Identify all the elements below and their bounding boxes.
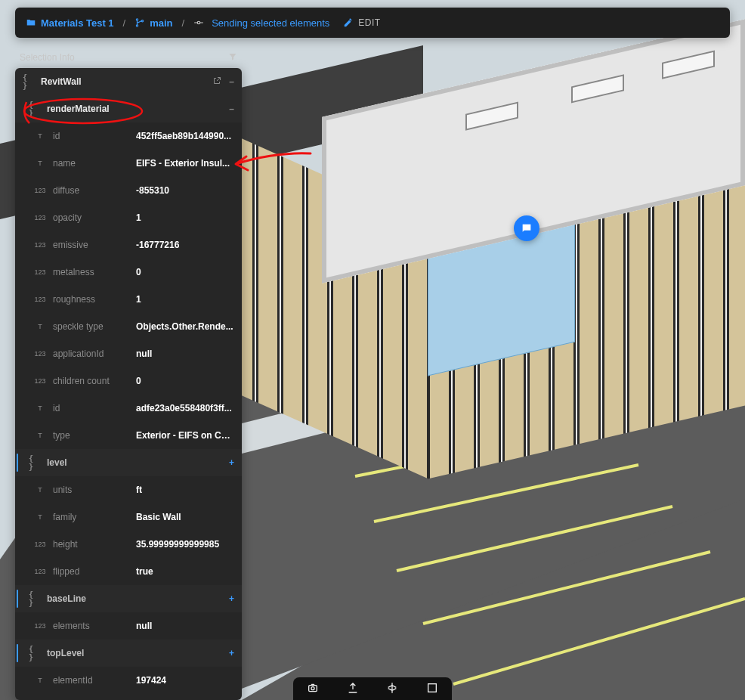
baseline-group[interactable]: { }baseLine + [15,585,242,612]
svg-line-11 [397,506,672,571]
tool-capture-icon[interactable] [307,682,319,696]
branch-crumb[interactable]: main [134,17,172,29]
viewer-toolbar [293,677,452,700]
prop-row[interactable]: Tidadfe23a0e558480f3ff... [15,395,242,422]
collapse-icon[interactable]: – [229,104,234,114]
expand-icon[interactable]: + [229,648,234,658]
level-group[interactable]: { }level + [15,449,242,476]
prop-row[interactable]: 123emissive-16777216 [15,231,242,259]
toplevel-group[interactable]: { }topLevel + [15,640,242,667]
render-material-group[interactable]: { } renderMaterial – [15,95,242,122]
tool-fit-icon[interactable] [426,682,438,696]
prop-row[interactable]: 123children count0 [15,367,242,395]
tool-upload-icon[interactable] [347,682,359,696]
expand-icon[interactable]: + [229,593,234,604]
tool-section-icon[interactable] [386,682,398,696]
prop-row[interactable]: TtypeExterior - EIFS on CMU [15,422,242,449]
svg-point-14 [137,19,138,20]
svg-line-12 [423,552,710,624]
svg-rect-19 [309,685,317,691]
prop-row[interactable]: 123height35.99999999999985 [15,531,242,558]
collapse-icon[interactable]: – [229,76,234,88]
svg-line-13 [453,599,745,684]
svg-point-17 [197,21,200,24]
commit-crumb[interactable] [193,17,204,28]
prop-row[interactable]: TelementId197424 [15,667,242,694]
filter-icon[interactable] [228,52,237,63]
comment-marker[interactable] [514,215,539,241]
svg-rect-21 [428,683,436,692]
prop-row[interactable]: 123roughness1 [15,286,242,313]
prop-row[interactable]: 123metalness0 [15,259,242,286]
expand-icon[interactable]: + [229,457,234,468]
prop-row[interactable]: 123elementsnull [15,612,242,640]
status-text: Sending selected elements [212,17,329,29]
edit-button[interactable]: EDIT [343,17,380,28]
building-model[interactable] [277,68,745,416]
object-icon: { } [23,73,33,90]
prop-row[interactable]: 123opacity1 [15,204,242,231]
prop-row[interactable]: TnameEIFS - Exterior Insul... [15,150,242,177]
svg-point-20 [311,686,314,689]
open-external-icon[interactable] [212,76,221,88]
object-header[interactable]: { } RevitWall – [15,68,242,95]
prop-row[interactable]: Tspeckle typeObjects.Other.Rende... [15,313,242,340]
project-crumb[interactable]: Materials Test 1 [26,17,114,29]
svg-line-10 [374,465,638,522]
breadcrumb-bar: Materials Test 1 / main / Sending select… [15,8,730,38]
prop-row[interactable]: TfamilyBasic Wall [15,503,242,531]
prop-row[interactable]: 123diffuse-855310 [15,177,242,204]
panel-title: Selection Info [20,52,75,63]
selection-info-panel: { } RevitWall – { } renderMaterial – Tid… [15,68,242,700]
prop-row[interactable]: Tid452ff5aeb89b144990... [15,122,242,150]
prop-row[interactable]: Tunitsft [15,476,242,503]
svg-point-15 [137,25,138,26]
prop-row[interactable]: 123applicationIdnull [15,340,242,367]
panel-header: Selection Info [15,47,242,68]
prop-row[interactable]: 123flippedtrue [15,558,242,585]
